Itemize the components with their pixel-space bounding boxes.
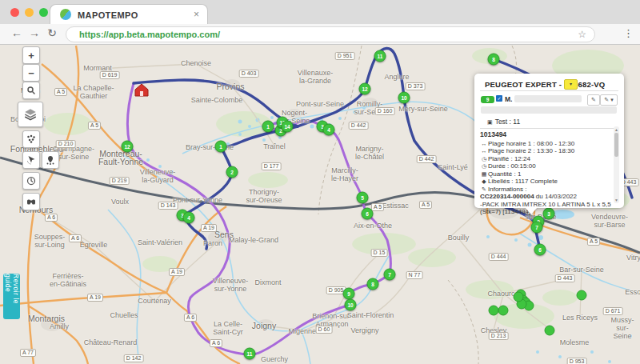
road-badge: D 443 [555, 274, 575, 282]
road-badge: A 5 [587, 238, 600, 246]
road-badge: D 219 [110, 177, 130, 185]
forward-button[interactable]: → [27, 26, 42, 39]
maximize-window-button[interactable] [39, 8, 48, 17]
magnifier-icon [26, 86, 36, 95]
review-guide-tab[interactable]: Revoir le guide [3, 274, 20, 319]
road-badge: A 6 [45, 214, 58, 222]
stop-marker[interactable]: 5 [357, 192, 369, 204]
browser-window: MelunBois-le-RoiFontainebleauChampagne- … [0, 0, 640, 364]
overview-button[interactable] [22, 193, 40, 210]
stop-marker[interactable]: 11 [244, 348, 256, 360]
tab-title: MAPOTEMPO [78, 10, 138, 20]
scatter-dots-icon [26, 134, 36, 144]
road-badge: A 5 [371, 203, 384, 211]
popup-tail [525, 207, 538, 214]
edit-vehicle-button[interactable]: ✎ [587, 94, 600, 106]
stop-count-badge: 9 [481, 96, 494, 103]
route-tag-label: Test : 11 [495, 118, 521, 126]
polygon-select-button[interactable] [42, 151, 59, 169]
road-badge: D 951 [335, 52, 355, 60]
stop-marker[interactable]: 1 [262, 121, 274, 133]
unassigned-stop-dot[interactable] [577, 290, 587, 301]
stop-marker[interactable]: 11 [374, 50, 386, 62]
road-badge: D 442 [349, 122, 369, 130]
vehicle-popup: PEUGEOT EXPERT - BC-682-VQ ▾ 9 ✓ M. ✎ ✎ … [474, 74, 624, 208]
road-badge: D 373 [406, 82, 426, 90]
bookmark-star-icon[interactable]: ☆ [578, 29, 586, 40]
browser-menu-icon[interactable]: ⋮ [623, 27, 634, 39]
minimize-window-button[interactable] [25, 8, 34, 17]
driver-name: M. [505, 95, 512, 103]
road-badge: A 5 [54, 88, 67, 96]
back-button[interactable]: ← [10, 26, 24, 39]
scroll-down-arrow[interactable]: ▼ [614, 198, 619, 202]
browser-tabstrip: MAPOTEMPO × [0, 0, 640, 24]
panel-scrollbar[interactable]: ▲ ▼ [614, 126, 619, 203]
stop-marker[interactable]: 8 [488, 54, 500, 66]
scrollbar-thumb[interactable] [614, 133, 618, 157]
stop-detail-row: ▦Quantité : 1 [480, 170, 613, 178]
stop-marker[interactable]: 9 [343, 288, 355, 300]
cluster-toggle-button[interactable] [22, 130, 40, 148]
unassigned-stop-dot[interactable] [514, 292, 524, 302]
road-badge: D 210 [56, 140, 76, 148]
stop-marker[interactable]: 10 [398, 92, 410, 104]
redacted-address [481, 106, 617, 114]
stop-marker[interactable]: 14 [282, 121, 294, 133]
stop-detail-row: ✎Informations : [480, 186, 613, 194]
url-text: https://app.beta.mapotempo.com/ [79, 30, 220, 39]
layers-button[interactable] [18, 102, 43, 127]
scroll-up-arrow[interactable]: ▲ [614, 127, 619, 132]
clock-icon [26, 176, 36, 186]
road-badge: D 213 [489, 332, 509, 340]
road-badge: A 6 [69, 234, 82, 242]
road-badge: D 60 [316, 326, 333, 334]
vehicle-color-dropdown[interactable]: ▾ [564, 79, 578, 90]
browser-toolbar: ← → ↻ https://app.beta.mapotempo.com/ ☆ … [0, 24, 640, 45]
stop-marker[interactable]: 10 [345, 299, 357, 311]
stop-detail-row: ◆Libellés : 1117 Complete [480, 178, 613, 186]
road-badge: D 160 [375, 107, 395, 115]
close-window-button[interactable] [10, 8, 19, 17]
route-tag-icon: ▣ [487, 119, 493, 125]
stop-marker[interactable]: 12 [122, 141, 134, 153]
stop-detail-rows: ↔Plage horaire 1 : 08:00 - 12:30↔Plage h… [480, 140, 613, 194]
stop-marker[interactable]: 2 [226, 166, 238, 178]
road-badge: D 671 [603, 307, 623, 315]
binoculars-icon [26, 197, 36, 206]
order-description: -PACK IMTRA IMTREX 10 L ARTINA 5 L x 5,5 [480, 201, 613, 209]
edit-vehicle-dropdown[interactable]: ✎ ▾ [600, 94, 618, 106]
url-bar[interactable]: https://app.beta.mapotempo.com/ ☆ [66, 26, 595, 42]
tab-close-icon[interactable]: × [194, 9, 199, 20]
zoom-out-button[interactable]: − [22, 64, 40, 82]
history-button[interactable] [22, 172, 40, 190]
stop-detail-row: ◷Planifié : 12:24 [480, 155, 613, 163]
unassigned-stop-dot[interactable] [545, 326, 555, 336]
unassigned-stop-dot[interactable] [498, 306, 509, 316]
stop-marker[interactable]: 6 [362, 208, 374, 220]
road-badge: D 953 [567, 358, 587, 364]
stop-detail-row: ↔Plage horaire 2 : 13:30 - 18:30 [480, 147, 613, 155]
stop-marker[interactable]: 8 [367, 278, 379, 290]
route-visibility-checkbox[interactable]: ✓ [496, 95, 502, 102]
stop-marker[interactable]: 12 [359, 83, 371, 95]
road-badge: D 177 [262, 162, 282, 170]
zoom-box-button[interactable] [22, 82, 40, 99]
stop-marker[interactable]: 1 [215, 141, 227, 153]
stop-marker[interactable]: 6 [534, 244, 546, 256]
stop-details: 1013494 ↔Plage horaire 1 : 08:00 - 12:30… [480, 131, 613, 203]
divider [480, 90, 618, 91]
stop-marker[interactable]: 4 [323, 124, 335, 136]
browser-tab[interactable]: MAPOTEMPO × [50, 4, 208, 25]
road-badge: D 143 [158, 202, 178, 210]
reload-button[interactable]: ↻ [45, 26, 59, 39]
lasso-select-button[interactable] [22, 151, 40, 169]
stop-marker[interactable]: 7 [384, 269, 396, 281]
stop-marker[interactable]: 7 [531, 222, 543, 234]
order-stock: (Stk=7) [1134494] [480, 208, 613, 216]
road-badge: A 19 [201, 224, 217, 232]
divider [480, 128, 618, 129]
zoom-in-button[interactable]: + [22, 46, 40, 64]
pin-dots-icon [46, 155, 55, 165]
stop-marker[interactable]: 4 [183, 212, 195, 224]
